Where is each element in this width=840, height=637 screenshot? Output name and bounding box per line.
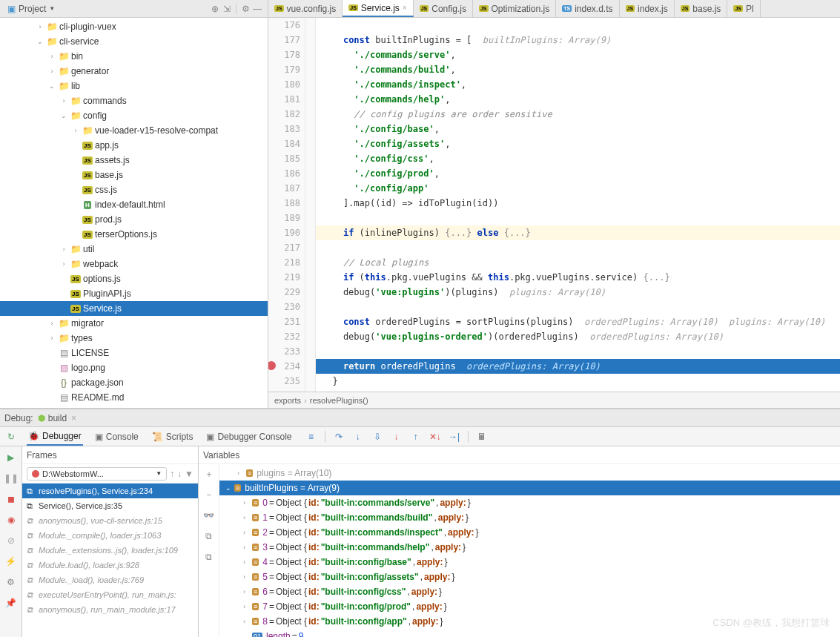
tree-item[interactable]: ›📁webpack [0,257,268,271]
tree-arrow-icon[interactable]: › [47,53,56,60]
tree-arrow-icon[interactable]: › [59,245,68,253]
tab-scripts[interactable]: 📜Scripts [151,429,195,445]
code-line[interactable]: './commands/inspect', [316,77,840,92]
stack-frame[interactable]: ⧉Module.load(), loader.js:928 [22,558,198,572]
code-line[interactable]: './config/assets', [316,136,840,151]
smart-step-into-icon[interactable]: ↓ [391,431,403,443]
run-to-cursor-icon[interactable]: →| [449,431,460,443]
editor-tab[interactable]: JSbase.js [675,0,728,17]
project-tree[interactable]: ›📁cli-plugin-vuex⌄📁cli-service›📁bin›📁gen… [0,18,268,408]
tree-item[interactable]: ›📁commands [0,93,268,108]
step-into-icon[interactable]: ↓ [352,431,364,443]
variable-item[interactable]: ›≡4 = Object {id: "built-in:config/base"… [219,555,840,570]
locate-icon[interactable]: ⊕ [209,3,221,15]
tree-item[interactable]: ›📁generator [0,64,268,79]
thread-selector[interactable]: D:\WebstormW... ▼ [27,467,167,481]
code-line[interactable]: './commands/help', [316,92,840,107]
variable-item[interactable]: ›≡5 = Object {id: "built-in:config/asset… [219,570,840,584]
code-line[interactable]: './config/prod', [316,166,840,181]
settings-icon[interactable]: ⚙ [4,575,18,589]
code-line[interactable]: if (inlinePlugins) {...} else {...} [316,225,840,240]
project-view-selector[interactable]: ▣ Project ▼ [4,2,58,16]
breadcrumb-item[interactable]: exports [274,396,301,405]
evaluate-icon[interactable]: 🖩 [476,431,488,443]
variable-item[interactable]: ›≡3 = Object {id: "built-in:commands/hel… [219,540,840,555]
stack-frame[interactable]: ⧉Module._extensions..js(), loader.js:109 [22,543,198,558]
rerun-icon[interactable]: ↻ [4,430,18,443]
code-line[interactable]: './config/base', [316,122,840,136]
tree-item[interactable]: JSoptions.js [0,271,268,286]
tree-item[interactable]: ›📁vue-loader-v15-resolve-compat [0,123,268,138]
code-line[interactable]: './commands/build', [316,62,840,77]
code-line[interactable]: debug('vue:plugins')(plugins) plugins: A… [316,285,840,300]
editor-tab[interactable]: JSindex.js [620,0,675,17]
tree-item[interactable]: ›📁migrator [0,316,268,331]
editor-tab[interactable]: JSService.js× [343,0,413,17]
expand-icon[interactable]: ⇲ [221,3,233,15]
drop-frame-icon[interactable]: ✕↓ [429,431,441,443]
tree-arrow-icon[interactable]: ⌄ [47,82,56,90]
stack-frame[interactable]: ⧉anonymous(), run_main_module.js:17 [22,602,198,617]
show-exec-icon[interactable]: ≡ [305,431,317,443]
code-line[interactable] [316,300,840,314]
remove-watch-icon[interactable]: － [202,488,216,501]
tree-item[interactable]: JSapp.js [0,138,268,153]
tree-item[interactable]: JScss.js [0,182,268,197]
tree-item[interactable]: JSService.js [0,301,268,316]
tree-item[interactable]: ⌄📁lib [0,79,268,93]
link-icon[interactable]: ⧉ [202,550,216,564]
tree-item[interactable]: ⌄📁config [0,108,268,123]
tree-item[interactable]: ›📁cli-plugin-vuex [0,19,268,34]
stack-frame[interactable]: ⧉anonymous(), vue-cli-service.js:15 [22,513,198,528]
code-line[interactable]: // config plugins are order sensitive [316,107,840,122]
variables-tree[interactable]: ›≡plugins = Array(10)⌄≡builtInPlugins = … [219,464,840,637]
variable-item[interactable]: ›≡7 = Object {id: "built-in:config/prod"… [219,599,840,614]
breadcrumb[interactable]: exports › resolvePlugins() [268,392,840,408]
code-line[interactable] [316,211,840,225]
variable-item[interactable]: ›≡8 = Object {id: "built-in:config/app",… [219,614,840,629]
tree-item[interactable]: ›📁types [0,331,268,346]
tree-item[interactable]: {}package.json [0,375,268,390]
stack-frame[interactable]: ⧉resolvePlugins(), Service.js:234 [22,483,198,498]
tree-item[interactable]: JSassets.js [0,153,268,168]
code-line[interactable] [316,18,840,33]
tree-arrow-icon[interactable]: ⌄ [36,38,44,45]
step-over-icon[interactable]: ↷ [333,431,345,443]
code-line[interactable] [316,344,840,359]
tree-arrow-icon[interactable]: ⌄ [59,112,68,119]
tree-item[interactable]: JSPluginAPI.js [0,286,268,301]
gear-icon[interactable]: ⚙ [239,3,251,15]
variable-item[interactable]: ›≡1 = Object {id: "built-in:commands/bui… [219,510,840,525]
tree-item[interactable]: ⌄📁cli-service [0,34,268,49]
filter-icon[interactable]: ▼ [185,469,194,479]
variable-item[interactable]: ›≡0 = Object {id: "built-in:commands/ser… [219,495,840,510]
code-line[interactable]: debug('vue:plugins-ordered')(orderedPlug… [316,329,840,344]
variable-item[interactable]: ›≡2 = Object {id: "built-in:commands/ins… [219,525,840,540]
stack-frame[interactable]: ⧉Module._load(), loader.js:769 [22,572,198,587]
tree-arrow-icon[interactable]: › [36,23,44,30]
tree-item[interactable]: ›📁bin [0,49,268,64]
code-line[interactable]: if (this.pkg.vuePlugins && this.pkg.vueP… [316,270,840,285]
tree-item[interactable]: JSprod.js [0,212,268,227]
tree-arrow-icon[interactable]: › [71,127,80,134]
editor-tab[interactable]: JSPl [727,0,760,17]
debug-config-tab[interactable]: ⬢ build × [38,413,76,423]
tree-item[interactable]: Hindex-default.html [0,197,268,212]
breadcrumb-item[interactable]: resolvePlugins() [310,396,368,405]
editor-tab[interactable]: TSindex.d.ts [556,0,619,17]
thread-dump-icon[interactable]: ⚡ [4,555,18,568]
breakpoint-icon[interactable] [268,361,276,370]
tree-arrow-icon[interactable]: › [47,320,56,327]
prev-frame-icon[interactable]: ↑ [170,469,174,479]
code-area[interactable]: const builtInPlugins = [ builtInPlugins:… [316,18,840,392]
code-line[interactable] [316,240,840,255]
resume-icon[interactable]: ▶ [4,451,18,464]
add-watch-icon[interactable]: ＋ [202,467,216,481]
force-step-into-icon[interactable]: ⇩ [371,431,383,443]
code-line[interactable]: // Local plugins [316,255,840,270]
editor-fold-gutter[interactable] [305,18,316,392]
tree-item[interactable]: JSterserOptions.js [0,227,268,242]
code-line[interactable]: const builtInPlugins = [ builtInPlugins:… [316,33,840,47]
code-line[interactable]: './commands/serve', [316,47,840,62]
pin-icon[interactable]: 📌 [4,596,18,610]
